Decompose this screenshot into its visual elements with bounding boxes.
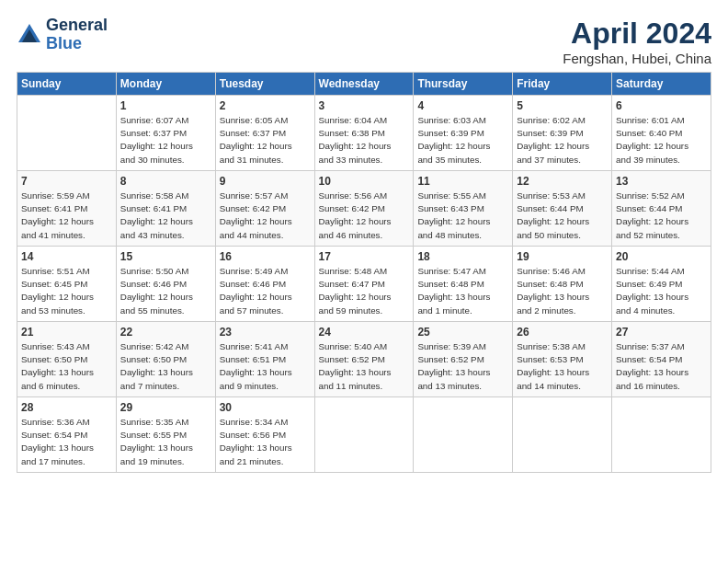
cell-info: Sunrise: 5:58 AMSunset: 6:41 PMDaylight:… [120,190,211,242]
title-block: April 2024 Fengshan, Hubei, China [563,17,711,66]
day-number: 24 [319,326,410,339]
cell-info: Sunrise: 6:07 AMSunset: 6:37 PMDaylight:… [120,114,211,167]
day-number: 6 [616,99,707,112]
calendar-cell: 25Sunrise: 5:39 AMSunset: 6:52 PMDayligh… [414,322,513,397]
day-number: 1 [120,99,211,112]
day-number: 20 [616,250,707,263]
calendar-cell: 4Sunrise: 6:03 AMSunset: 6:39 PMDaylight… [414,96,513,171]
calendar-cell: 9Sunrise: 5:57 AMSunset: 6:42 PMDaylight… [215,171,314,247]
day-number: 27 [616,326,707,339]
weekday-header-friday: Friday [513,73,612,96]
cell-info: Sunrise: 5:59 AMSunset: 6:41 PMDaylight:… [21,190,112,242]
day-number: 7 [21,175,112,188]
logo: General Blue [17,17,108,53]
day-number: 2 [220,99,311,112]
calendar-cell [513,397,612,473]
day-number: 25 [417,326,508,339]
day-number: 4 [417,99,508,112]
calendar-cell [612,397,711,473]
calendar-cell [314,397,414,473]
cell-info: Sunrise: 5:50 AMSunset: 6:46 PMDaylight:… [120,265,211,317]
day-number: 10 [319,175,410,188]
day-number: 21 [21,326,112,339]
cell-info: Sunrise: 5:48 AMSunset: 6:47 PMDaylight:… [319,265,410,317]
day-number: 5 [517,99,608,112]
page-container: General Blue April 2024 Fengshan, Hubei,… [0,0,728,482]
week-row-1: 1Sunrise: 6:07 AMSunset: 6:37 PMDaylight… [17,96,711,171]
day-number: 23 [220,326,311,339]
calendar-cell: 11Sunrise: 5:55 AMSunset: 6:43 PMDayligh… [414,171,513,247]
day-number: 29 [120,401,211,414]
day-number: 18 [417,250,508,263]
cell-info: Sunrise: 5:52 AMSunset: 6:44 PMDaylight:… [616,190,707,242]
weekday-header-row: SundayMondayTuesdayWednesdayThursdayFrid… [17,73,711,96]
day-number: 16 [220,250,311,263]
cell-info: Sunrise: 5:39 AMSunset: 6:52 PMDaylight:… [417,340,508,393]
week-row-4: 21Sunrise: 5:43 AMSunset: 6:50 PMDayligh… [17,322,711,397]
calendar-cell: 28Sunrise: 5:36 AMSunset: 6:54 PMDayligh… [17,397,117,473]
day-number: 13 [616,175,707,188]
month-title: April 2024 [563,17,711,51]
calendar-cell: 10Sunrise: 5:56 AMSunset: 6:42 PMDayligh… [314,171,414,247]
calendar-cell: 23Sunrise: 5:41 AMSunset: 6:51 PMDayligh… [215,322,314,397]
calendar-cell: 2Sunrise: 6:05 AMSunset: 6:37 PMDaylight… [215,96,314,171]
cell-info: Sunrise: 6:02 AMSunset: 6:39 PMDaylight:… [517,114,608,167]
cell-info: Sunrise: 6:05 AMSunset: 6:37 PMDaylight:… [220,114,311,167]
cell-info: Sunrise: 5:47 AMSunset: 6:48 PMDaylight:… [417,265,508,317]
cell-info: Sunrise: 5:41 AMSunset: 6:51 PMDaylight:… [220,340,311,393]
cell-info: Sunrise: 5:51 AMSunset: 6:45 PMDaylight:… [21,265,112,317]
weekday-header-saturday: Saturday [612,73,711,96]
day-number: 28 [21,401,112,414]
day-number: 30 [220,401,311,414]
calendar-cell: 1Sunrise: 6:07 AMSunset: 6:37 PMDaylight… [116,96,215,171]
weekday-header-wednesday: Wednesday [314,73,414,96]
calendar-cell: 24Sunrise: 5:40 AMSunset: 6:52 PMDayligh… [314,322,414,397]
weekday-header-sunday: Sunday [17,73,117,96]
cell-info: Sunrise: 5:46 AMSunset: 6:48 PMDaylight:… [517,265,608,317]
calendar-cell: 14Sunrise: 5:51 AMSunset: 6:45 PMDayligh… [17,247,117,322]
calendar-cell [17,96,117,171]
cell-info: Sunrise: 5:53 AMSunset: 6:44 PMDaylight:… [517,190,608,242]
day-number: 15 [120,250,211,263]
header: General Blue April 2024 Fengshan, Hubei,… [17,17,711,66]
cell-info: Sunrise: 6:04 AMSunset: 6:38 PMDaylight:… [319,114,410,167]
logo-icon [17,22,42,48]
calendar-cell: 21Sunrise: 5:43 AMSunset: 6:50 PMDayligh… [17,322,117,397]
cell-info: Sunrise: 6:01 AMSunset: 6:40 PMDaylight:… [616,114,707,167]
day-number: 12 [517,175,608,188]
weekday-header-monday: Monday [116,73,215,96]
calendar-cell: 8Sunrise: 5:58 AMSunset: 6:41 PMDaylight… [116,171,215,247]
week-row-2: 7Sunrise: 5:59 AMSunset: 6:41 PMDaylight… [17,171,711,247]
cell-info: Sunrise: 5:57 AMSunset: 6:42 PMDaylight:… [220,190,311,242]
day-number: 11 [417,175,508,188]
day-number: 19 [517,250,608,263]
cell-info: Sunrise: 5:37 AMSunset: 6:54 PMDaylight:… [616,340,707,393]
cell-info: Sunrise: 5:44 AMSunset: 6:49 PMDaylight:… [616,265,707,317]
calendar-cell: 20Sunrise: 5:44 AMSunset: 6:49 PMDayligh… [612,247,711,322]
location: Fengshan, Hubei, China [563,51,711,66]
calendar-cell: 18Sunrise: 5:47 AMSunset: 6:48 PMDayligh… [414,247,513,322]
calendar-cell [414,397,513,473]
weekday-header-thursday: Thursday [414,73,513,96]
calendar-cell: 27Sunrise: 5:37 AMSunset: 6:54 PMDayligh… [612,322,711,397]
calendar-cell: 19Sunrise: 5:46 AMSunset: 6:48 PMDayligh… [513,247,612,322]
calendar-cell: 22Sunrise: 5:42 AMSunset: 6:50 PMDayligh… [116,322,215,397]
week-row-5: 28Sunrise: 5:36 AMSunset: 6:54 PMDayligh… [17,397,711,473]
weekday-header-tuesday: Tuesday [215,73,314,96]
cell-info: Sunrise: 5:55 AMSunset: 6:43 PMDaylight:… [417,190,508,242]
calendar-cell: 30Sunrise: 5:34 AMSunset: 6:56 PMDayligh… [215,397,314,473]
day-number: 22 [120,326,211,339]
calendar-cell: 6Sunrise: 6:01 AMSunset: 6:40 PMDaylight… [612,96,711,171]
cell-info: Sunrise: 5:38 AMSunset: 6:53 PMDaylight:… [517,340,608,393]
cell-info: Sunrise: 5:43 AMSunset: 6:50 PMDaylight:… [21,340,112,393]
calendar-cell: 12Sunrise: 5:53 AMSunset: 6:44 PMDayligh… [513,171,612,247]
calendar-cell: 5Sunrise: 6:02 AMSunset: 6:39 PMDaylight… [513,96,612,171]
cell-info: Sunrise: 5:49 AMSunset: 6:46 PMDaylight:… [220,265,311,317]
calendar-cell: 26Sunrise: 5:38 AMSunset: 6:53 PMDayligh… [513,322,612,397]
cell-info: Sunrise: 5:40 AMSunset: 6:52 PMDaylight:… [319,340,410,393]
calendar-cell: 15Sunrise: 5:50 AMSunset: 6:46 PMDayligh… [116,247,215,322]
calendar-cell: 17Sunrise: 5:48 AMSunset: 6:47 PMDayligh… [314,247,414,322]
cell-info: Sunrise: 5:56 AMSunset: 6:42 PMDaylight:… [319,190,410,242]
day-number: 8 [120,175,211,188]
week-row-3: 14Sunrise: 5:51 AMSunset: 6:45 PMDayligh… [17,247,711,322]
